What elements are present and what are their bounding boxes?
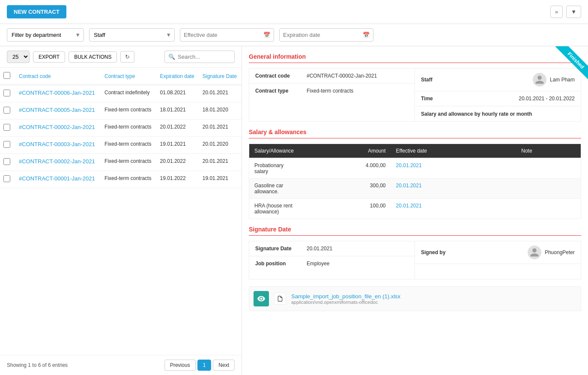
right-panel: Finished General information Contract co… <box>242 46 588 375</box>
contract-code-link[interactable]: #CONTRACT-00002-Jan-2021 <box>19 124 98 130</box>
row-checkbox[interactable] <box>3 107 10 114</box>
forward-button[interactable]: » <box>550 6 563 18</box>
effective-date-filter[interactable]: 📅 <box>180 28 274 42</box>
staff-avatar <box>533 73 546 87</box>
contract-type-header[interactable]: Contract type <box>101 68 156 85</box>
export-button[interactable]: EXPORT <box>33 51 65 63</box>
expiration-date-input[interactable] <box>283 29 363 41</box>
bulk-actions-button[interactable]: BULK ACTIONS <box>69 51 117 63</box>
contract-code-link[interactable]: #CONTRACT-00001-Jan-2021 <box>19 175 98 182</box>
top-bar-right: » ▼ <box>550 6 581 18</box>
next-button[interactable]: Next <box>213 360 235 371</box>
salary-name: HRA (house rent allowance) <box>249 199 299 219</box>
signature-date-row: Signature Date 20.01.2021 <box>249 241 415 256</box>
staff-select[interactable]: Staff <box>89 28 175 42</box>
row-expiration-date: 01.08.2021 <box>157 85 199 102</box>
signed-by-avatar <box>528 246 541 259</box>
per-page-dropdown[interactable]: 25 <box>7 51 30 63</box>
row-contract-code[interactable]: #CONTRACT-00001-Jan-2021 <box>15 171 101 188</box>
filter-button[interactable]: ▼ <box>566 6 581 18</box>
job-position-label: Job position <box>255 261 307 267</box>
signature-section: Signature Date Signature Date 20.01.2021… <box>249 226 581 279</box>
signature-left: Signature Date 20.01.2021 Job position E… <box>249 241 415 279</box>
signature-date-label: Signature Date <box>255 246 307 252</box>
salary-section: Salary & allowances Salary/Allowance Amo… <box>249 129 581 219</box>
row-expiration-date: 20.01.2022 <box>157 154 199 171</box>
table-row[interactable]: #CONTRACT-00003-Jan-2021 Fixed-term cont… <box>0 137 242 154</box>
showing-text: Showing 1 to 6 of 6 entries <box>7 362 68 368</box>
signed-by-header: Signed by PhuongPeter <box>421 246 575 259</box>
department-select[interactable]: Filter by department <box>7 28 84 42</box>
search-wrap[interactable]: 🔍 <box>164 51 235 63</box>
row-checkbox[interactable] <box>3 124 10 131</box>
new-contract-button[interactable]: NEW CONTRACT <box>7 5 66 18</box>
row-checkbox[interactable] <box>3 175 10 182</box>
expiration-date-filter[interactable]: 📅 <box>279 28 373 42</box>
search-icon: 🔍 <box>168 54 175 60</box>
salary-amount: 100,00 <box>299 199 391 219</box>
contract-code-link[interactable]: #CONTRACT-00002-Jan-2021 <box>19 158 98 165</box>
per-page-select[interactable]: 25 <box>7 51 30 63</box>
salary-label-row: Salary and allowance by hourly rate or m… <box>415 106 581 121</box>
signature-grid: Signature Date 20.01.2021 Job position E… <box>249 241 581 279</box>
contract-code-label: Contract code <box>255 73 307 79</box>
general-info-right: Staff Lam Pham Time 20.01 <box>415 69 581 121</box>
row-checkbox[interactable] <box>3 158 10 165</box>
row-checkbox-cell[interactable] <box>0 137 15 154</box>
row-checkbox[interactable] <box>3 141 10 148</box>
attachment-bar[interactable]: Sample_import_job_position_file_en (1).x… <box>249 286 581 311</box>
left-panel: 25 EXPORT BULK ACTIONS ↻ 🔍 <box>0 46 242 375</box>
signature-date-header[interactable]: Signature Date <box>199 68 242 85</box>
salary-row: Gasoline car allowance. 300,00 20.01.202… <box>249 179 581 199</box>
row-checkbox-cell[interactable] <box>0 85 15 102</box>
row-contract-code[interactable]: #CONTRACT-00002-Jan-2021 <box>15 120 101 137</box>
salary-note <box>516 158 581 179</box>
contract-code-link[interactable]: #CONTRACT-00005-Jan-2021 <box>19 107 98 113</box>
table-row[interactable]: #CONTRACT-00002-Jan-2021 Fixed-term cont… <box>0 120 242 137</box>
salary-amount: 4.000,00 <box>299 158 391 179</box>
row-contract-code[interactable]: #CONTRACT-00002-Jan-2021 <box>15 154 101 171</box>
staff-name: Lam Pham <box>550 77 575 83</box>
table-row[interactable]: #CONTRACT-00001-Jan-2021 Fixed-term cont… <box>0 171 242 188</box>
refresh-button[interactable]: ↻ <box>120 51 134 63</box>
contract-type-value: Fixed-term contracts <box>307 88 353 94</box>
eye-icon-wrap[interactable] <box>254 291 269 306</box>
signature-date-value: 20.01.2021 <box>307 246 332 252</box>
search-input[interactable] <box>175 53 231 61</box>
page-1-button[interactable]: 1 <box>197 360 212 371</box>
job-position-row: Job position Employee <box>249 256 415 271</box>
contract-type-label: Contract type <box>255 88 307 94</box>
row-signature-date: 20.01.2020 <box>199 137 242 154</box>
row-checkbox-cell[interactable] <box>0 120 15 137</box>
contract-code-link[interactable]: #CONTRACT-00003-Jan-2021 <box>19 141 98 147</box>
row-checkbox-cell[interactable] <box>0 171 15 188</box>
table-row[interactable]: #CONTRACT-00006-Jan-2021 Contract indefi… <box>0 85 242 102</box>
salary-effective-date: 20.01.2021 <box>391 199 516 219</box>
salary-allowance-header: Salary/Allowance <box>249 144 299 159</box>
salary-name: Probationary salary <box>249 158 299 179</box>
staff-filter[interactable]: Staff ▼ <box>89 28 175 42</box>
row-checkbox[interactable] <box>3 90 10 96</box>
row-signature-date: 20.01.2021 <box>199 85 242 102</box>
content-area: 25 EXPORT BULK ACTIONS ↻ 🔍 <box>0 46 588 375</box>
effective-date-input[interactable] <box>184 29 263 41</box>
expiration-date-header[interactable]: Expiration date <box>157 68 199 85</box>
contract-code-header[interactable]: Contract code <box>15 68 101 85</box>
row-checkbox-cell[interactable] <box>0 102 15 120</box>
row-contract-code[interactable]: #CONTRACT-00006-Jan-2021 <box>15 85 101 102</box>
table-row[interactable]: #CONTRACT-00002-Jan-2021 Fixed-term cont… <box>0 154 242 171</box>
row-contract-type: Fixed-term contracts <box>101 171 156 188</box>
select-all-header[interactable] <box>0 68 15 85</box>
row-checkbox-cell[interactable] <box>0 154 15 171</box>
row-contract-code[interactable]: #CONTRACT-00005-Jan-2021 <box>15 102 101 120</box>
note-header: Note <box>516 144 581 159</box>
table-row[interactable]: #CONTRACT-00005-Jan-2021 Fixed-term cont… <box>0 102 242 120</box>
time-label: Time <box>421 96 433 102</box>
department-filter[interactable]: Filter by department ▼ <box>7 28 84 42</box>
select-all-checkbox[interactable] <box>3 72 10 79</box>
contract-code-link[interactable]: #CONTRACT-00006-Jan-2021 <box>19 90 98 96</box>
row-contract-type: Fixed-term contracts <box>101 137 156 154</box>
previous-button[interactable]: Previous <box>164 360 196 371</box>
attachment-filename[interactable]: Sample_import_job_position_file_en (1).x… <box>291 293 400 300</box>
row-contract-code[interactable]: #CONTRACT-00003-Jan-2021 <box>15 137 101 154</box>
